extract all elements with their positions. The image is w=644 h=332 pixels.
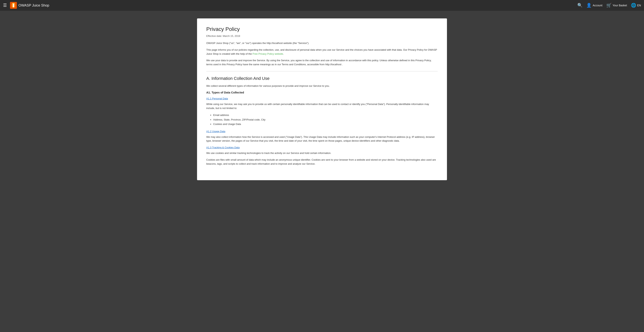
navbar: ☰ OWASP Juice Shop 🔍 👤 Account 🛒 Your Ba… [0, 0, 644, 11]
basket-icon: 🛒 [606, 3, 612, 8]
effective-date: Effective date: March 15, 2019 [206, 34, 438, 37]
account-button[interactable]: 👤 Account [586, 3, 602, 8]
free-privacy-policy-link[interactable]: Free Privacy Policy website [252, 52, 283, 55]
search-icon: 🔍 [577, 3, 582, 8]
basket-button[interactable]: 🛒 Your Basket [606, 3, 627, 8]
subsection-a1-heading: A1. Types of Data Collected [206, 91, 438, 94]
hamburger-menu-icon[interactable]: ☰ [3, 3, 7, 8]
svg-rect-3 [12, 3, 14, 4]
search-button[interactable]: 🔍 [577, 3, 582, 8]
subsection-a11-link[interactable]: A1.1 Personal Data [206, 97, 228, 100]
content-card: Privacy Policy Effective date: March 15,… [197, 18, 447, 180]
language-icon: 🌐 [631, 3, 636, 8]
brand-title: OWASP Juice Shop [18, 3, 49, 7]
intro-paragraph-1: OWASP Juice Shop ("us", "we", or "our") … [206, 41, 438, 45]
subsection-a12-paragraph: We may also collect information how the … [206, 135, 438, 143]
intro-paragraph-2: This page informs you of our policies re… [206, 48, 438, 56]
subsection-a13-paragraph-1: We use cookies and similar tracking tech… [206, 151, 438, 155]
subsection-a12-link[interactable]: A1.2 Usage Data [206, 130, 225, 133]
intro2-after-link: . [283, 52, 284, 55]
language-label: EN [637, 4, 641, 7]
section-divider [206, 71, 438, 71]
list-item: Address, State, Province, ZIP/Postal cod… [213, 117, 438, 122]
section-a-heading: A. Information Collection And Use [206, 76, 438, 81]
svg-rect-2 [13, 3, 14, 7]
page-wrapper: Privacy Policy Effective date: March 15,… [0, 11, 644, 188]
subsection-a13-link[interactable]: A1.3 Tracking & Cookies Data [206, 146, 240, 149]
basket-label: Your Basket [613, 4, 627, 7]
language-button[interactable]: 🌐 EN [631, 3, 641, 8]
navbar-brand: OWASP Juice Shop [10, 2, 577, 9]
account-icon: 👤 [586, 3, 592, 8]
intro2-before-link: This page informs you of our policies re… [206, 48, 437, 55]
account-label: Account [593, 4, 602, 7]
personal-data-list: Email address Address, State, Province, … [213, 113, 438, 126]
subsection-a13-paragraph-2: Cookies are files with small amount of d… [206, 158, 438, 166]
page-title: Privacy Policy [206, 26, 438, 32]
brand-logo [10, 2, 17, 9]
navbar-actions: 🔍 👤 Account 🛒 Your Basket 🌐 EN [577, 3, 641, 8]
subsection-a11-paragraph: While using our Service, we may ask you … [206, 102, 438, 110]
intro-paragraph-3: We use your data to provide and improve … [206, 58, 438, 67]
section-a-intro: We collect several different types of in… [206, 84, 438, 88]
list-item: Email address [213, 113, 438, 117]
list-item: Cookies and Usage Data [213, 122, 438, 126]
